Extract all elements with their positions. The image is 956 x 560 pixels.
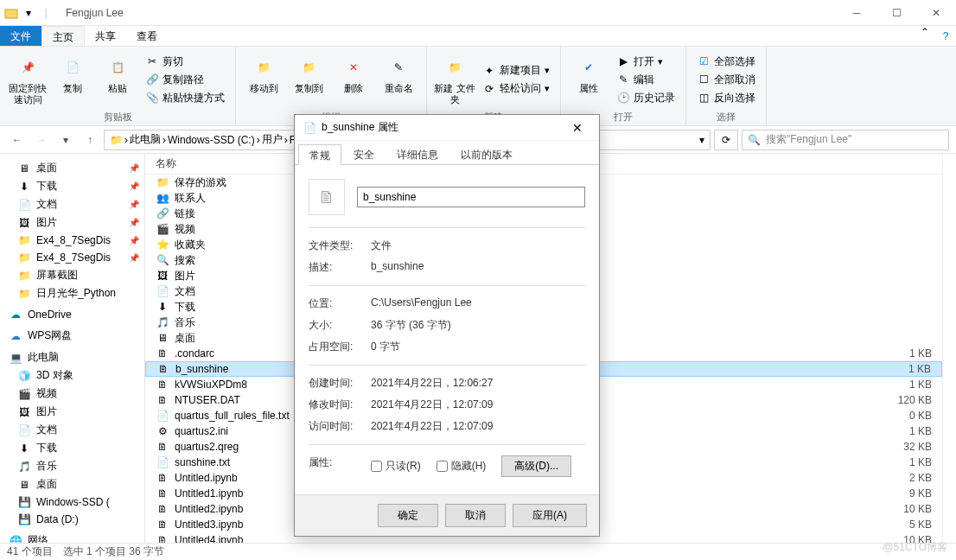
nav-forward-button[interactable]: → <box>31 130 52 150</box>
pin-quickaccess-button[interactable]: 📌固定到快 速访问 <box>7 50 48 109</box>
file-size: 5 KB <box>880 519 932 531</box>
maximize-button[interactable]: ☐ <box>876 0 916 26</box>
file-icon: 🗎 <box>156 378 169 391</box>
nav-back-button[interactable]: ← <box>7 130 28 150</box>
drive-icon: 📄 <box>17 423 31 437</box>
file-icon: 🗎 <box>156 362 170 376</box>
sidebar-item[interactable]: ⬇下载📌 <box>0 177 144 195</box>
sidebar-item-label: 桌面 <box>36 161 57 175</box>
file-size: 0 KB <box>880 410 932 422</box>
readonly-checkbox[interactable]: 只读(R) <box>371 459 421 474</box>
refresh-button[interactable]: ⟳ <box>714 130 738 150</box>
sidebar-item[interactable]: 🎵音乐 <box>0 457 144 475</box>
hidden-checkbox[interactable]: 隐藏(H) <box>437 459 487 474</box>
newitem-button[interactable]: ✦新建项目 ▾ <box>479 62 553 79</box>
properties-button[interactable]: ✔属性 <box>568 50 609 109</box>
folder-icon <box>3 5 19 21</box>
dialog-tab-previous[interactable]: 以前的版本 <box>450 144 523 164</box>
open-button[interactable]: ▶打开 ▾ <box>613 54 679 70</box>
moveto-button[interactable]: 📁移动到 <box>243 50 284 109</box>
file-icon: 🗎 <box>156 502 169 516</box>
help-icon[interactable]: ? <box>935 26 956 46</box>
drive-icon: 🎬 <box>17 387 31 401</box>
copy-button[interactable]: 📄复制 <box>52 50 93 109</box>
folder-icon: 📁 <box>17 233 31 247</box>
minimize-button[interactable]: ─ <box>837 0 876 26</box>
properties-dialog: 📄 b_sunshine 属性 ✕ 常规 安全 详细信息 以前的版本 🗎 文件类… <box>294 114 600 537</box>
nav-history-button[interactable]: ▾ <box>55 130 76 150</box>
breadcrumb-item[interactable]: 此电脑 <box>130 132 161 147</box>
selectinvert-button[interactable]: ◫反向选择 <box>693 90 759 106</box>
pasteshortcut-button[interactable]: 📎粘贴快捷方式 <box>142 90 228 106</box>
rename-button[interactable]: ✎重命名 <box>378 50 419 109</box>
sidebar-item[interactable]: 🧊3D 对象 <box>0 366 144 385</box>
tab-share[interactable]: 共享 <box>85 26 126 46</box>
sidebar-item-label: Ex4_8_7SegDis <box>36 251 111 264</box>
sidebar-item[interactable]: 💾Data (D:) <box>0 511 144 528</box>
sidebar-item[interactable]: 📁屏幕截图 <box>0 266 144 284</box>
selectall-button[interactable]: ☑全部选择 <box>693 54 759 70</box>
pin-icon: 📌 <box>129 218 139 227</box>
copyto-button[interactable]: 📁复制到 <box>288 50 329 109</box>
apply-button[interactable]: 应用(A) <box>513 504 587 527</box>
sidebar-thispc[interactable]: 💻此电脑 <box>0 348 144 366</box>
scrollbar[interactable] <box>942 154 956 543</box>
copypath-button[interactable]: 🔗复制路径 <box>142 72 228 88</box>
qat-down-icon[interactable]: ▾ <box>21 5 36 21</box>
sidebar-item[interactable]: 📁日月光华_Python <box>0 284 144 302</box>
sidebar-item[interactable]: 🖥桌面📌 <box>0 159 144 177</box>
breadcrumb-item[interactable]: 用户 <box>262 132 283 147</box>
drive-icon: 🎵 <box>17 460 31 474</box>
folder-icon: 📁 <box>17 287 31 301</box>
file-icon: 🗎 <box>309 179 345 215</box>
drive-icon: 🖥 <box>17 478 31 492</box>
sidebar-item[interactable]: 📁Ex4_8_7SegDis📌 <box>0 249 144 266</box>
tab-home[interactable]: 主页 <box>41 26 85 46</box>
history-button[interactable]: 🕑历史记录 <box>613 90 679 106</box>
sidebar-item[interactable]: 📄文档 <box>0 421 144 439</box>
sidebar-item[interactable]: 🖼图片📌 <box>0 213 144 232</box>
sidebar-item[interactable]: 🖥桌面 <box>0 475 144 493</box>
easyaccess-button[interactable]: ⟳轻松访问 ▾ <box>479 80 553 97</box>
breadcrumb-item[interactable]: Windows-SSD (C:) <box>168 134 255 146</box>
doc-icon: 📄 <box>156 284 169 298</box>
nav-up-button[interactable]: ↑ <box>80 130 100 150</box>
cut-button[interactable]: ✂剪切 <box>142 54 228 70</box>
cancel-button[interactable]: 取消 <box>445 504 506 527</box>
sidebar-item[interactable]: 🖼图片 <box>0 403 144 421</box>
search-input[interactable]: 🔍 搜索"Fengjun Lee" <box>742 130 949 150</box>
sidebar-network[interactable]: 🌐网络 <box>0 531 144 543</box>
network-icon: 🌐 <box>9 534 22 544</box>
sidebar-item[interactable]: 🎬视频 <box>0 385 144 403</box>
file-size: 1 KB <box>880 456 932 468</box>
sidebar-item-label: 文档 <box>36 197 57 212</box>
dialog-tab-security[interactable]: 安全 <box>343 144 385 164</box>
sidebar-item[interactable]: 💾Windows-SSD ( <box>0 493 144 511</box>
pic-icon: 🖼 <box>17 216 31 230</box>
sidebar-item-wps[interactable]: ☁WPS网盘 <box>0 327 144 345</box>
dialog-tab-details[interactable]: 详细信息 <box>386 144 449 164</box>
sidebar-item[interactable]: 📄文档📌 <box>0 195 144 213</box>
ribbon-expand-icon[interactable]: ⌃ <box>915 26 935 46</box>
sidebar-item-label: 下载 <box>36 179 57 194</box>
close-button[interactable]: ✕ <box>916 0 956 26</box>
sidebar-item[interactable]: 📁Ex4_8_7SegDis📌 <box>0 232 144 249</box>
newfolder-button[interactable]: 📁新建 文件夹 <box>434 50 475 109</box>
dialog-close-button[interactable]: ✕ <box>564 121 590 135</box>
sidebar-item[interactable]: ⬇下载 <box>0 439 144 457</box>
dialog-tab-general[interactable]: 常规 <box>298 144 341 165</box>
advanced-button[interactable]: 高级(D)... <box>501 455 571 477</box>
file-icon: 🗎 <box>156 471 169 485</box>
edit-button[interactable]: ✎编辑 <box>613 72 679 88</box>
paste-button[interactable]: 📋粘贴 <box>97 50 138 109</box>
selectnone-button[interactable]: ☐全部取消 <box>693 72 759 88</box>
folder-icon: 📁 <box>17 251 31 264</box>
titlebar: ▾ | Fengjun Lee ─ ☐ ✕ <box>0 0 956 26</box>
tab-view[interactable]: 查看 <box>126 26 168 46</box>
ok-button[interactable]: 确定 <box>378 504 438 527</box>
sidebar-item-onedrive[interactable]: ☁OneDrive <box>0 306 144 323</box>
filename-input[interactable] <box>357 187 585 207</box>
delete-button[interactable]: ✕删除 <box>333 50 374 109</box>
tab-file[interactable]: 文件 <box>0 26 41 46</box>
doc-icon: 📄 <box>17 198 31 212</box>
